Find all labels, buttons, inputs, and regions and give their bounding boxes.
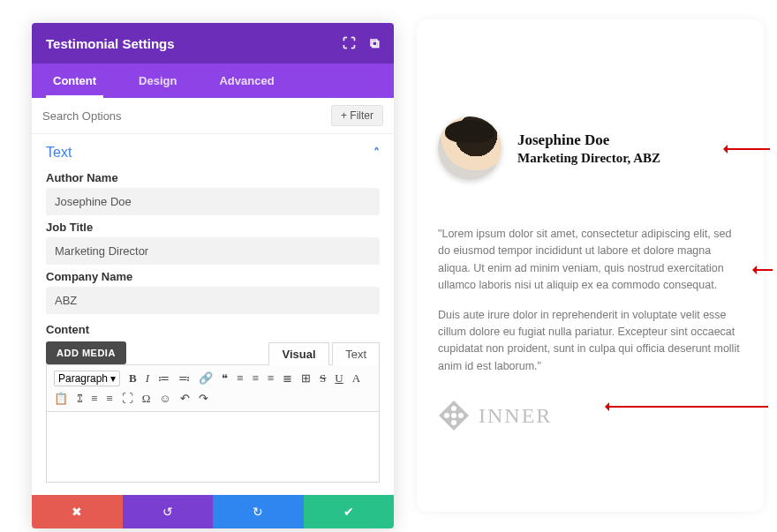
panel-header: Testimonial Settings ⛶ ⧉	[32, 23, 394, 64]
bullet-list-icon[interactable]: ≔	[158, 371, 170, 386]
tab-design[interactable]: Design	[117, 64, 198, 98]
emoji-icon[interactable]: ☺	[159, 392, 170, 406]
profile-name: Josephine Doe	[517, 131, 660, 149]
profile-title: Marketing Director, ABZ	[517, 151, 660, 166]
undo-button[interactable]: ↺	[123, 495, 214, 528]
arrow-icon	[755, 269, 773, 271]
link-icon[interactable]: 🔗	[199, 371, 213, 386]
special-char-icon[interactable]: Ω	[142, 392, 151, 406]
testimonial-body: "Lorem ipsum dolor sit amet, consectetur…	[438, 226, 743, 375]
author-label: Author Name	[46, 171, 380, 184]
profile-text: Josephine Doe Marketing Director, ABZ	[517, 131, 660, 166]
bold-icon[interactable]: B	[129, 371, 137, 386]
cancel-button[interactable]: ✖	[32, 495, 123, 528]
expand-icon[interactable]: ⛶	[343, 35, 356, 51]
undo-icon[interactable]: ↶	[180, 392, 190, 406]
job-input[interactable]	[46, 237, 380, 265]
logo-icon	[438, 400, 470, 431]
tabs: Content Design Advanced	[32, 64, 394, 98]
underline-icon[interactable]: U	[335, 371, 343, 386]
job-label: Job Title	[46, 221, 380, 234]
table-icon[interactable]: ⊞	[301, 371, 311, 386]
section-header[interactable]: Text ˄	[46, 145, 380, 166]
search-row: + Filter	[32, 98, 394, 134]
number-list-icon[interactable]: ≕	[178, 371, 190, 386]
paragraph-select[interactable]: Paragraph ▾	[54, 371, 120, 386]
arrow-icon	[726, 148, 770, 150]
arrow-icon	[607, 406, 768, 408]
footer-actions: ✖ ↺ ↻ ✔	[32, 495, 394, 528]
testimonial-p2: Duis aute irure dolor in reprehenderit i…	[438, 307, 743, 376]
layout-icon[interactable]: ⧉	[370, 35, 380, 51]
field-company: Company Name	[46, 270, 380, 314]
editor-toolbar: Paragraph ▾ B I ≔ ≕ 🔗 ❝ ≡ ≡ ≡ ≣ ⊞ S U A …	[46, 364, 380, 412]
section-text: Text ˄ Author Name Job Title Company Nam…	[32, 134, 394, 486]
editor-tab-visual[interactable]: Visual	[268, 342, 328, 365]
quote-icon[interactable]: ❝	[222, 371, 228, 386]
filter-button[interactable]: + Filter	[331, 105, 383, 126]
redo-button[interactable]: ↻	[213, 495, 304, 528]
author-input[interactable]	[46, 188, 380, 215]
justify-icon[interactable]: ≣	[283, 371, 292, 386]
italic-icon[interactable]: I	[146, 371, 149, 386]
strike-icon[interactable]: S	[320, 371, 326, 386]
redo-icon[interactable]: ↷	[199, 392, 208, 406]
logo-text: INNER	[479, 404, 552, 428]
editor-tabs: Visual Text	[268, 341, 380, 364]
profile-row: Josephine Doe Marketing Director, ABZ	[438, 116, 743, 180]
align-right-icon[interactable]: ≡	[268, 371, 274, 386]
panel-title: Testimonial Settings	[46, 36, 175, 51]
save-button[interactable]: ✔	[304, 495, 395, 528]
indent-icon[interactable]: ≡	[106, 392, 112, 406]
fullscreen-icon[interactable]: ⛶	[122, 392, 133, 406]
align-center-icon[interactable]: ≡	[252, 371, 258, 386]
outdent-icon[interactable]: ≡	[91, 392, 97, 406]
field-author: Author Name	[46, 171, 380, 215]
settings-panel: Testimonial Settings ⛶ ⧉ Content Design …	[32, 23, 394, 528]
preview-card: Josephine Doe Marketing Director, ABZ "L…	[417, 19, 764, 512]
company-input[interactable]	[46, 287, 380, 314]
field-job: Job Title	[46, 221, 380, 265]
company-label: Company Name	[46, 270, 380, 283]
section-title: Text	[46, 145, 72, 161]
align-left-icon[interactable]: ≡	[237, 371, 243, 386]
paste-icon[interactable]: 📋	[54, 392, 68, 406]
add-media-button[interactable]: ADD MEDIA	[46, 341, 126, 364]
company-logo: INNER	[438, 400, 743, 431]
avatar	[438, 116, 502, 180]
tab-advanced[interactable]: Advanced	[198, 64, 295, 98]
editor-tab-text[interactable]: Text	[332, 342, 380, 365]
chevron-down-icon: ▾	[110, 372, 116, 385]
clear-format-icon[interactable]: Ɪ	[77, 392, 82, 406]
panel-header-icons: ⛶ ⧉	[343, 35, 380, 51]
search-input[interactable]	[42, 109, 331, 123]
chevron-up-icon: ˄	[373, 146, 380, 160]
editor-area[interactable]	[46, 412, 380, 483]
content-label: Content	[46, 323, 380, 336]
tab-content[interactable]: Content	[32, 64, 117, 98]
testimonial-p1: "Lorem ipsum dolor sit amet, consectetur…	[438, 226, 743, 295]
text-color-icon[interactable]: A	[352, 371, 360, 386]
